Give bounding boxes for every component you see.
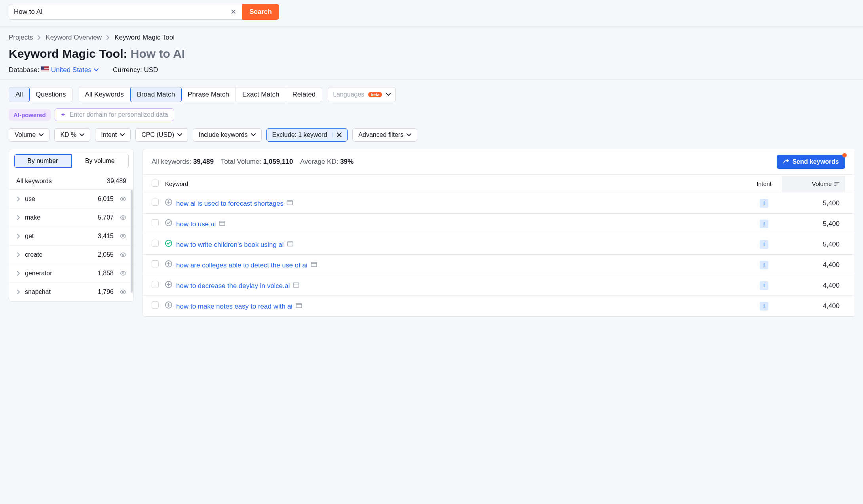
sidebar-item-create[interactable]: create2,055 xyxy=(9,246,133,264)
intent-badge: I xyxy=(760,220,768,228)
eye-icon[interactable] xyxy=(120,234,126,239)
sidebar-item-use[interactable]: use6,015 xyxy=(9,190,133,208)
select-all-checkbox[interactable] xyxy=(152,180,159,187)
expand-icon[interactable] xyxy=(165,281,172,288)
eye-icon[interactable] xyxy=(120,215,126,220)
keyword-link[interactable]: how to write children's book using ai xyxy=(176,241,284,248)
sidebar-item-snapchat[interactable]: snapchat1,796 xyxy=(9,283,133,301)
chevron-down-icon xyxy=(94,68,99,72)
stats-bar: All keywords: 39,489 Total Volume: 1,059… xyxy=(152,158,354,166)
chevron-right-icon xyxy=(17,215,20,220)
filter-intent[interactable]: Intent xyxy=(95,128,131,142)
chevron-down-icon xyxy=(177,133,182,136)
seg-all[interactable]: All xyxy=(9,87,30,102)
filter-exclude-keyword[interactable]: Exclude: 1 keyword xyxy=(266,128,348,142)
volume-value: 4,400 xyxy=(782,302,845,310)
sidebar-all-keywords[interactable]: All keywords 39,489 xyxy=(9,173,133,190)
row-checkbox[interactable] xyxy=(152,199,159,206)
close-icon[interactable] xyxy=(333,133,342,137)
search-input[interactable] xyxy=(14,8,229,16)
expand-icon[interactable] xyxy=(165,219,172,226)
languages-dropdown[interactable]: Languages beta xyxy=(328,87,396,102)
expand-icon[interactable] xyxy=(165,240,172,247)
serp-icon[interactable] xyxy=(219,220,225,226)
notification-dot xyxy=(842,153,847,157)
segment-question-type: All Questions xyxy=(9,87,72,102)
volume-value: 5,400 xyxy=(782,220,845,228)
seg-questions[interactable]: Questions xyxy=(29,87,72,102)
seg-broad-match[interactable]: Broad Match xyxy=(130,87,182,102)
ai-domain-input[interactable]: ✦ Enter domain for personalized data xyxy=(55,108,174,121)
database-selector[interactable]: Database: United States xyxy=(9,66,99,74)
serp-icon[interactable] xyxy=(296,303,302,309)
intent-badge: I xyxy=(760,240,768,249)
chevron-down-icon xyxy=(39,133,44,136)
volume-value: 4,400 xyxy=(782,261,845,269)
send-keywords-button[interactable]: Send keywords xyxy=(777,155,845,169)
sidebar-item-get[interactable]: get3,415 xyxy=(9,227,133,246)
eye-icon[interactable] xyxy=(120,197,126,201)
expand-icon[interactable] xyxy=(165,301,172,309)
row-checkbox[interactable] xyxy=(152,260,159,267)
keyword-link[interactable]: how to use ai xyxy=(176,220,216,228)
flag-icon xyxy=(41,66,49,72)
search-button[interactable]: Search xyxy=(242,4,279,20)
serp-icon[interactable] xyxy=(293,282,299,288)
breadcrumb-item[interactable]: Keyword Overview xyxy=(46,34,102,42)
seg-all-keywords[interactable]: All Keywords xyxy=(78,87,130,102)
chevron-right-icon xyxy=(106,35,110,40)
filter-include-keywords[interactable]: Include keywords xyxy=(193,128,262,142)
chevron-right-icon xyxy=(17,234,20,239)
sidebar-item-generator[interactable]: generator1,858 xyxy=(9,264,133,283)
table-row: how to make notes easy to read with aiI4… xyxy=(143,296,854,316)
seg-related[interactable]: Related xyxy=(286,87,322,102)
row-checkbox[interactable] xyxy=(152,219,159,226)
chevron-right-icon xyxy=(17,290,20,294)
chevron-right-icon xyxy=(17,252,20,257)
breadcrumb-item[interactable]: Projects xyxy=(9,34,33,42)
chevron-down-icon xyxy=(407,133,411,136)
filter-cpc-usd-[interactable]: CPC (USD) xyxy=(135,128,188,142)
chevron-down-icon xyxy=(120,133,125,136)
serp-icon[interactable] xyxy=(287,200,293,206)
keyword-link[interactable]: how ai is used to forecast shortages xyxy=(176,200,283,207)
row-checkbox[interactable] xyxy=(152,240,159,247)
expand-icon[interactable] xyxy=(165,199,172,206)
clear-icon[interactable]: ✕ xyxy=(229,8,238,16)
sidebar-item-make[interactable]: make5,707 xyxy=(9,208,133,227)
serp-icon[interactable] xyxy=(287,241,293,247)
seg-by-number[interactable]: By number xyxy=(14,154,72,168)
col-volume[interactable]: Volume xyxy=(782,176,845,192)
chevron-down-icon xyxy=(80,133,84,136)
sidebar-list: use6,015make5,707get3,415create2,055gene… xyxy=(9,190,133,301)
table-row: how to write children's book using aiI5,… xyxy=(143,234,854,255)
sidebar-segment: By number By volume xyxy=(14,154,129,168)
keyword-link[interactable]: how are colleges able to detect the use … xyxy=(176,261,308,269)
row-checkbox[interactable] xyxy=(152,281,159,288)
sort-icon xyxy=(834,182,840,186)
keyword-link[interactable]: how to decrease the deylay in voice.ai xyxy=(176,282,290,290)
eye-icon[interactable] xyxy=(120,252,126,257)
row-checkbox[interactable] xyxy=(152,301,159,309)
eye-icon[interactable] xyxy=(120,271,126,276)
table-row: how ai is used to forecast shortagesI5,4… xyxy=(143,193,854,214)
volume-value: 5,400 xyxy=(782,241,845,248)
expand-icon[interactable] xyxy=(165,260,172,267)
filter-volume[interactable]: Volume xyxy=(9,128,49,142)
search-box: ✕ xyxy=(9,4,242,20)
intent-badge: I xyxy=(760,281,768,290)
share-icon xyxy=(783,159,789,164)
scrollbar[interactable] xyxy=(131,190,133,293)
filter-kd-[interactable]: KD % xyxy=(54,128,90,142)
filter-advanced-filters[interactable]: Advanced filters xyxy=(352,128,417,142)
seg-phrase-match[interactable]: Phrase Match xyxy=(181,87,236,102)
currency-label: Currency: USD xyxy=(113,66,158,74)
seg-by-volume[interactable]: By volume xyxy=(72,154,129,168)
breadcrumb: Projects Keyword Overview Keyword Magic … xyxy=(9,34,854,42)
serp-icon[interactable] xyxy=(311,261,317,267)
keyword-link[interactable]: how to make notes easy to read with ai xyxy=(176,303,293,310)
segment-match-type: All Keywords Broad Match Phrase Match Ex… xyxy=(78,87,322,102)
seg-exact-match[interactable]: Exact Match xyxy=(236,87,286,102)
eye-icon[interactable] xyxy=(120,290,126,294)
search-bar: ✕ Search xyxy=(0,0,863,24)
